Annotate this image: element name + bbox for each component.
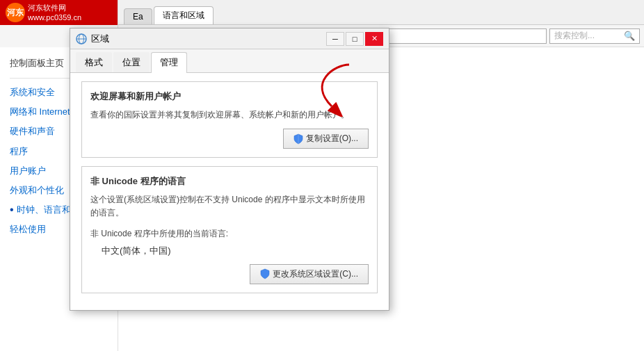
dialog-maximize-button[interactable]: □ <box>346 32 364 46</box>
section2-text1: 这个设置(系统区域设置)控制在不支持 Unicode 的程序中显示文本时所使用的… <box>90 193 369 220</box>
dialog-close-button[interactable]: ✕ <box>365 32 383 46</box>
region-dialog: 区域 ─ □ ✕ 格式 位置 管理 欢迎屏幕和新用户帐户 查看你的国际设置并将其… <box>70 28 389 311</box>
section2-label: 非 Unicode 程序中所使用的当前语言: <box>90 227 369 240</box>
section2-lang-value: 中文(简体，中国) <box>90 243 369 264</box>
section1-title: 欢迎屏幕和新用户帐户 <box>90 90 369 103</box>
copy-settings-button[interactable]: 复制设置(O)... <box>283 129 369 149</box>
change-locale-button[interactable]: 更改系统区域设置(C)... <box>250 264 369 284</box>
logo-text: 河东软件网 www.pc0359.cn <box>28 3 81 23</box>
bullet-icon: • <box>10 204 14 215</box>
globe-icon <box>76 33 87 44</box>
search-box: 搜索控制... 🔍 <box>549 28 640 44</box>
shield-icon <box>293 133 303 145</box>
browser-top-bar: Ea 语言和区域 <box>118 0 644 25</box>
dialog-tabs: 格式 位置 管理 <box>70 49 389 73</box>
tab-admin[interactable]: 管理 <box>151 52 187 73</box>
browser-tab-1[interactable]: Ea <box>124 8 152 24</box>
section1-btn-row: 复制设置(O)... <box>90 129 369 149</box>
section2-title: 非 Unicode 程序的语言 <box>90 175 369 188</box>
shield-icon-2 <box>260 268 270 279</box>
dialog-controls: ─ □ ✕ <box>326 32 383 46</box>
search-icon[interactable]: 🔍 <box>624 31 635 41</box>
dialog-body: 欢迎屏幕和新用户帐户 查看你的国际设置并将其复制到欢迎屏幕、系统帐户和新的用户帐… <box>70 73 389 310</box>
section2-btn-row: 更改系统区域设置(C)... <box>90 264 369 284</box>
dialog-title: 区域 <box>76 33 109 45</box>
section1-text: 查看你的国际设置并将其复制到欢迎屏幕、系统帐户和新的用户帐户。 <box>90 108 369 122</box>
dialog-titlebar: 区域 ─ □ ✕ <box>70 28 389 49</box>
dialog-minimize-button[interactable]: ─ <box>326 32 344 46</box>
logo-top: 河东 河东软件网 www.pc0359.cn <box>0 0 118 25</box>
browser-tabs: Ea 语言和区域 <box>124 0 214 24</box>
unicode-section: 非 Unicode 程序的语言 这个设置(系统区域设置)控制在不支持 Unico… <box>81 166 378 293</box>
tab-format[interactable]: 格式 <box>76 52 112 72</box>
search-placeholder: 搜索控制... <box>554 30 595 42</box>
browser-tab-2[interactable]: 语言和区域 <box>154 6 214 24</box>
logo-icon: 河东 <box>6 3 25 22</box>
tab-location[interactable]: 位置 <box>113 52 150 72</box>
welcome-screen-section: 欢迎屏幕和新用户帐户 查看你的国际设置并将其复制到欢迎屏幕、系统帐户和新的用户帐… <box>81 81 378 158</box>
